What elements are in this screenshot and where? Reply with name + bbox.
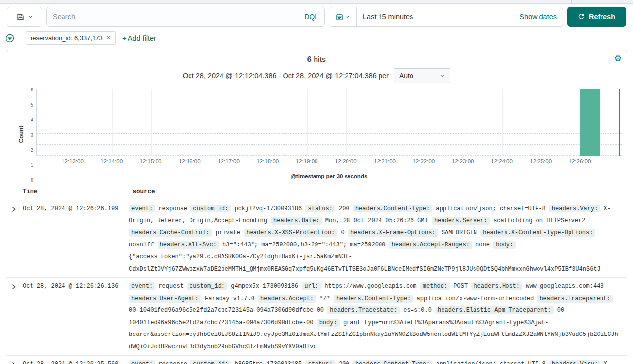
chart-plot[interactable] [36, 89, 622, 156]
y-tick-label: 5 [31, 102, 33, 108]
filter-chip[interactable]: reservation_id: 6,337,173✕ [26, 31, 116, 45]
x-gridline [307, 89, 308, 156]
x-tick-label: 12:15:00 [140, 158, 162, 164]
date-picker: Last 15 minutes Show dates [329, 7, 563, 27]
table-row: Oct 28, 2024 @ 12:26:25.560event: respon… [6, 356, 627, 364]
source-column-header[interactable]: _source [129, 188, 627, 195]
row-timestamp: Oct 28, 2024 @ 12:26:26.199 [23, 203, 129, 275]
field-badge: headers.X-Content-Type-Options: [480, 229, 595, 237]
table-row: Oct 28, 2024 @ 12:26:26.199event: respon… [6, 200, 627, 278]
x-axis-title: @timestamp per 30 seconds [36, 173, 622, 179]
x-tick-label: 12:22:00 [412, 158, 435, 164]
field-badge: event: [129, 205, 155, 212]
filter-chip-label: reservation_id: 6,337,173 [31, 34, 103, 42]
field-badge: body: [317, 319, 340, 327]
field-badge: headers.X-XSS-Protection: [244, 229, 337, 237]
field-badge: headers.Cache-Control: [129, 229, 212, 237]
filter-menu-icon[interactable] [5, 33, 15, 43]
field-badge: headers.Vary: [549, 205, 601, 212]
chevron-down-icon [28, 14, 33, 19]
gear-icon[interactable]: ⚙ [614, 54, 622, 62]
hits-line: 6 hits [6, 55, 627, 64]
y-gridline [37, 144, 622, 145]
x-gridline [112, 89, 113, 156]
x-tick-label: 12:17:00 [218, 158, 240, 164]
histogram-bar[interactable] [580, 89, 600, 156]
y-tick-label: 3 [31, 132, 33, 138]
interval-select[interactable]: Auto [394, 68, 450, 83]
field-badge: headers.Date: [271, 217, 322, 225]
x-gridline [151, 89, 152, 156]
x-tick-label: 12:23:00 [452, 158, 474, 164]
calendar-icon [336, 13, 343, 21]
chevron-down-icon [346, 15, 350, 19]
x-tick-label: 12:16:00 [179, 158, 201, 164]
search-box: DQL [46, 7, 325, 27]
expand-row-icon[interactable] [11, 206, 17, 212]
y-gridline [37, 89, 622, 89]
field-badge: headers.Alt-Svc: [158, 241, 219, 249]
expand-cell [6, 358, 23, 364]
row-timestamp: Oct 28, 2024 @ 12:26:25.560 [23, 358, 129, 364]
chart-y-axis: 0123456 [24, 89, 33, 179]
date-range-area[interactable]: Last 15 minutes Show dates [357, 7, 563, 26]
table-row: Oct 28, 2024 @ 12:26:26.136event: reques… [6, 278, 627, 356]
field-badge: headers.Accept-Ranges: [389, 241, 472, 249]
y-tick-label: 2 [31, 147, 33, 152]
remove-filter-icon[interactable]: ✕ [106, 35, 111, 41]
field-badge: headers.Content-Type: [353, 205, 432, 212]
chevron-down-icon [440, 73, 445, 78]
y-gridline [37, 100, 622, 100]
x-tick-label: 12:13:00 [62, 158, 84, 164]
field-badge: event: [129, 282, 155, 290]
field-badge: custom_id: [187, 282, 227, 290]
filter-connector [18, 38, 22, 38]
field-badge: headers.Vary: [549, 360, 601, 364]
y-gridline [37, 122, 622, 122]
hits-count: 6 [307, 55, 312, 63]
discover-panel: ⚙ 6 hits Oct 28, 2024 @ 12:12:04.386 - O… [6, 50, 627, 364]
field-badge: headers.Host: [471, 282, 522, 290]
results-table: Time _source Oct 28, 2024 @ 12:26:26.199… [6, 185, 627, 364]
quick-select-button[interactable] [329, 7, 357, 26]
x-gridline [463, 89, 463, 156]
results-body: Oct 28, 2024 @ 12:26:26.199event: respon… [6, 200, 627, 364]
show-dates-button[interactable]: Show dates [519, 13, 557, 21]
x-tick-label: 12:14:00 [100, 158, 123, 164]
field-badge: headers.Tracestate: [327, 306, 400, 314]
refresh-button-label: Refresh [589, 13, 615, 21]
chart-range-line: Oct 28, 2024 @ 12:12:04.386 - Oct 28, 20… [6, 68, 627, 83]
query-bar: DQL Last 15 minutes Show dates [0, 4, 633, 29]
search-input[interactable] [53, 13, 299, 21]
row-timestamp: Oct 28, 2024 @ 12:26:26.136 [23, 280, 129, 353]
row-source: event: response custom_id: b8685tre-1730… [129, 358, 627, 364]
x-gridline [385, 89, 385, 156]
x-tick-label: 12:20:00 [335, 158, 357, 164]
row-source: event: response custom_id: pckjl2vq-1730… [129, 203, 627, 275]
x-gridline [73, 89, 73, 156]
field-badge: method: [420, 282, 450, 290]
field-badge: headers.Server: [432, 217, 490, 225]
header-spacer [6, 188, 23, 195]
x-tick-label: 12:21:00 [374, 158, 396, 164]
expand-cell [6, 203, 23, 275]
add-filter-button[interactable]: + Add filter [122, 34, 156, 42]
time-range-value[interactable]: Last 15 minutes [363, 13, 413, 21]
time-column-header[interactable]: Time [23, 188, 129, 195]
x-gridline [190, 89, 190, 156]
saved-query-menu-button[interactable] [7, 7, 42, 27]
current-time-marker [619, 89, 620, 156]
x-gridline [268, 89, 268, 156]
interval-value: Auto [399, 72, 413, 80]
field-badge: headers.Elastic-Apm-Traceparent: [435, 306, 553, 314]
table-header: Time _source [6, 185, 627, 200]
x-tick-label: 12:19:00 [296, 158, 318, 164]
expand-row-icon[interactable] [11, 362, 17, 364]
refresh-button[interactable]: Refresh [567, 7, 626, 27]
expand-row-icon[interactable] [11, 284, 17, 290]
hits-label: hits [314, 55, 326, 63]
filter-chips: reservation_id: 6,337,173✕ [26, 31, 116, 45]
query-language-button[interactable]: DQL [304, 13, 318, 21]
field-badge: headers.X-Frame-Options: [348, 229, 438, 237]
field-badge: headers.Traceparent: [537, 295, 613, 303]
